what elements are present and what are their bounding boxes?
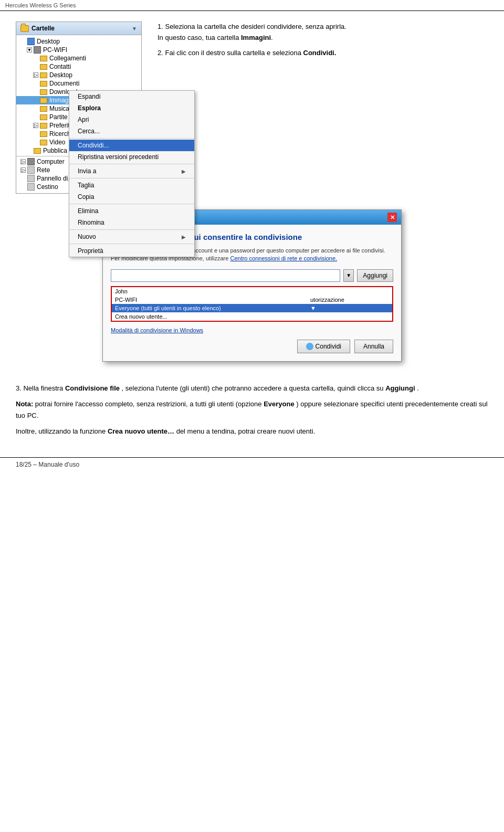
dialog-close-button[interactable]: ✕ <box>387 213 397 222</box>
step2-paragraph: 2. Fai clic con il destro sulla cartella… <box>158 48 488 59</box>
context-taglia-label: Taglia <box>78 182 94 189</box>
context-espandi[interactable]: Espandi <box>69 91 194 102</box>
nota-label: Nota: <box>16 400 33 408</box>
tree-item-desktop[interactable]: Desktop <box>16 37 141 46</box>
context-rinomina-label: Rinomina <box>78 219 104 226</box>
user-perm-pcwifi: utorizzazione <box>310 297 389 303</box>
folder-icon-preferiti <box>40 123 47 129</box>
expand-pcwifi[interactable]: ▼ <box>27 47 32 52</box>
dialog-user-create-new[interactable]: Crea nuovo utente... <box>112 312 392 321</box>
context-esplora-label: Esplora <box>78 104 101 112</box>
step2-text: Fai clic con il destro sulla cartella e … <box>165 49 301 57</box>
nota-bold: Everyone <box>264 400 295 408</box>
network-icon <box>27 166 35 174</box>
context-taglia[interactable]: Taglia <box>69 180 194 191</box>
step2-bold: Condividi. <box>303 49 337 57</box>
separator2 <box>69 164 194 164</box>
pannello-icon <box>27 175 35 182</box>
nota-paragraph: Nota: potrai fornire l'accesso completo,… <box>16 398 488 422</box>
expand-desktop-sub[interactable]: ▷ <box>33 72 38 78</box>
context-condividi-label: Condividi... <box>78 142 109 149</box>
dialog-user-john[interactable]: John <box>112 287 392 296</box>
step1-paragraph: 1. Seleziona la cartella che desideri co… <box>158 22 488 44</box>
context-cerca[interactable]: Cerca... <box>69 125 194 137</box>
context-proprieta-label: Proprietà <box>78 247 103 255</box>
dialog-user-everyone[interactable]: Everyone (tutti gli utenti in questo ele… <box>112 304 392 312</box>
dialog-desc-link[interactable]: Centro connessioni di rete e condivision… <box>230 255 337 261</box>
step1-num: 1. <box>158 23 163 30</box>
context-ripristina-label: Ripristina versioni precedenti <box>78 153 159 161</box>
tree-label-video: Video <box>49 139 65 146</box>
page-footer: 18/25 – Manuale d'uso <box>0 457 504 471</box>
dialog-cancel-button[interactable]: Annulla <box>354 340 393 353</box>
folder-icon-video <box>40 140 47 145</box>
context-condividi[interactable]: Condividi... <box>69 140 194 151</box>
context-apri-label: Apri <box>78 116 89 123</box>
tree-item-pcwifi[interactable]: ▼ PC-WIFI <box>16 46 141 54</box>
dialog-user-input[interactable] <box>111 269 340 282</box>
user-name-pcwifi: PC-WIFI <box>115 297 310 303</box>
tree-label-computer: Computer <box>37 158 65 165</box>
share-btn-icon <box>306 343 313 350</box>
expand-computer[interactable]: ▷ <box>20 159 26 164</box>
page-header: Hercules Wireless G Series <box>0 0 504 11</box>
explorer-title-left: Cartelle <box>20 25 55 32</box>
tree-label-preferiti: Preferiti <box>49 122 71 129</box>
context-invia[interactable]: Invia a ▶ <box>69 165 194 177</box>
tree-item-contatti[interactable]: Contatti <box>16 62 141 71</box>
tree-item-collegamenti[interactable]: Collegamenti <box>16 54 141 62</box>
context-nuovo[interactable]: Nuovo ▶ <box>69 231 194 243</box>
dialog-add-label: Aggiungi <box>363 272 387 279</box>
dialog-footer-link[interactable]: Modalità di condivisione in Windows <box>111 327 393 333</box>
step2-num: 2. <box>158 49 163 57</box>
tree-label-pannello: Pannello di... <box>37 175 73 182</box>
inoltre-bold: Crea nuovo utente… <box>108 427 174 435</box>
step3-bold1: Condivisione file <box>65 384 120 392</box>
dialog-add-button[interactable]: Aggiungi <box>357 269 393 282</box>
folder-icon-pubblica <box>34 148 41 154</box>
context-proprieta[interactable]: Proprietà <box>69 245 194 257</box>
dialog-user-pcwifi[interactable]: PC-WIFI utorizzazione <box>112 296 392 304</box>
folder-icon-download <box>40 89 47 95</box>
context-copia[interactable]: Copia <box>69 191 194 203</box>
folder-icon-desktop-sub <box>40 72 47 78</box>
user-perm-everyone[interactable]: ▼ <box>310 305 389 311</box>
dialog-share-button[interactable]: Condividi <box>297 340 350 353</box>
dialog-user-list: John PC-WIFI utorizzazione Everyone (tut… <box>111 286 393 322</box>
dialog-dropdown-button[interactable]: ▼ <box>343 269 354 282</box>
explorer-arrow[interactable]: ▼ <box>132 26 137 31</box>
dialog-share-label: Condividi <box>316 343 341 350</box>
context-rinomina[interactable]: Rinomina <box>69 217 194 228</box>
folder-icon-documenti <box>40 81 47 87</box>
folder-icon-contatti <box>40 64 47 70</box>
context-espandi-label: Espandi <box>78 93 100 100</box>
context-elimina-label: Elimina <box>78 207 98 215</box>
step1-bold: Immagini <box>241 34 271 41</box>
tree-item-documenti[interactable]: Documenti <box>16 79 141 88</box>
bottom-text: 3. Nella finestra Condivisione file , se… <box>16 377 488 447</box>
tree-item-desktop-sub[interactable]: ▷ Desktop <box>16 71 141 79</box>
top-section: Cartelle ▼ Desktop ▼ PC-WIFI <box>16 22 488 194</box>
inoltre-paragraph: Inoltre, utilizzando la funzione Crea nu… <box>16 426 488 437</box>
tree-label-pcwifi: PC-WIFI <box>43 46 67 54</box>
desktop-icon <box>27 38 35 45</box>
pc-icon-wifi <box>34 46 41 54</box>
pc-icon-computer <box>27 158 35 165</box>
folder-icon-ricerche <box>40 131 47 137</box>
explorer-folder-icon <box>20 25 29 32</box>
context-esplora[interactable]: Esplora <box>69 102 194 114</box>
separator3 <box>69 178 194 178</box>
step3-text: Nella finestra <box>23 384 63 392</box>
dialog-cancel-label: Annulla <box>363 343 384 350</box>
context-nuovo-label: Nuovo <box>78 233 96 240</box>
expand-rete[interactable]: ▷ <box>20 167 26 173</box>
context-apri[interactable]: Apri <box>69 114 194 125</box>
context-cerca-label: Cerca... <box>78 128 100 135</box>
user-name-create-new: Crea nuovo utente... <box>115 313 310 320</box>
context-elimina[interactable]: Elimina <box>69 205 194 217</box>
expand-preferiti[interactable]: ▷ <box>33 123 38 128</box>
header-title: Hercules Wireless G Series <box>5 2 76 8</box>
context-menu: Espandi Esplora Apri Cerca... Condividi.… <box>69 90 195 257</box>
tree-label-contatti: Contatti <box>49 63 71 70</box>
context-ripristina[interactable]: Ripristina versioni precedenti <box>69 151 194 163</box>
